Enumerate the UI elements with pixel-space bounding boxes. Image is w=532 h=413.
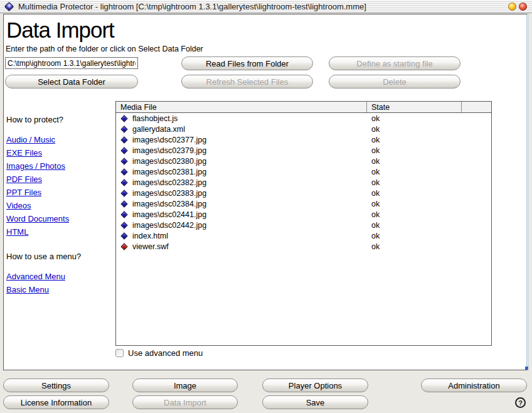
table-row[interactable]: flashobject.js ok — [116, 113, 491, 124]
sidebar-link[interactable]: Videos — [6, 201, 31, 210]
sidebar-link[interactable]: Basic Menu — [6, 285, 49, 294]
media-file-column-header[interactable]: Media File — [116, 102, 366, 112]
sidebar-link-row: Advanced Menu — [6, 272, 114, 285]
menu-links: Advanced Menu Basic Menu — [6, 272, 114, 298]
sidebar-link[interactable]: PPT Files — [6, 188, 41, 197]
table-row[interactable]: images\dsc02380.jpg ok — [116, 156, 491, 166]
file-name: images\dsc02377.jpg — [132, 136, 206, 144]
data-import-button: Data Import — [132, 395, 238, 409]
file-diamond-icon — [120, 115, 127, 122]
table-row[interactable]: images\dsc02381.jpg ok — [116, 166, 491, 177]
close-button[interactable] — [519, 3, 527, 11]
file-name: images\dsc02381.jpg — [132, 168, 206, 176]
sidebar-link[interactable]: Audio / Music — [6, 135, 55, 144]
file-state: ok — [366, 189, 461, 198]
file-cell: index.html — [116, 232, 366, 240]
table-row[interactable]: images\dsc02384.jpg ok — [116, 198, 491, 209]
file-state: ok — [366, 221, 461, 230]
titlebar: Multimedia Protector - lightroom [C:\tmp… — [0, 0, 532, 13]
file-state: ok — [366, 232, 461, 240]
table-row[interactable]: images\dsc02382.jpg ok — [116, 177, 491, 188]
file-name: images\dsc02379.jpg — [132, 146, 206, 155]
administration-button[interactable]: Administration — [421, 378, 527, 392]
file-state: ok — [366, 168, 461, 176]
file-cell: images\dsc02442.jpg — [116, 221, 366, 230]
sidebar-link[interactable]: HTML — [6, 227, 28, 237]
table-row[interactable]: gallerydata.xml ok — [116, 124, 491, 134]
sidebar: How to protect? Audio / Music EXE Files … — [6, 115, 114, 298]
settings-button[interactable]: Settings — [3, 378, 109, 392]
table-row[interactable]: images\dsc02383.jpg ok — [116, 188, 491, 198]
table-row[interactable]: images\dsc02442.jpg ok — [116, 220, 491, 230]
table-row[interactable]: index.html ok — [116, 230, 491, 241]
file-state: ok — [366, 136, 461, 144]
sidebar-link-row: Audio / Music — [6, 135, 114, 148]
table-row[interactable]: images\dsc02377.jpg ok — [116, 134, 491, 145]
file-name: images\dsc02380.jpg — [132, 157, 206, 166]
sidebar-link-row: PDF Files — [6, 174, 114, 188]
sidebar-link-row: Images / Photos — [6, 161, 114, 174]
file-state: ok — [366, 242, 461, 251]
file-cell: flashobject.js — [116, 114, 366, 123]
sidebar-link-row: Word Documents — [6, 214, 114, 227]
page-subtitle: Enter the path of the folder or click on… — [6, 45, 203, 53]
folder-path-input[interactable] — [5, 57, 138, 69]
file-cell: images\dsc02381.jpg — [116, 168, 366, 176]
sidebar-link[interactable]: PDF Files — [6, 174, 42, 184]
file-state: ok — [366, 125, 461, 134]
window-title: Multimedia Protector - lightroom [C:\tmp… — [18, 2, 366, 11]
file-cell: viewer.swf — [116, 242, 366, 251]
file-state: ok — [366, 200, 461, 208]
sidebar-link[interactable]: EXE Files — [6, 148, 42, 158]
file-name: viewer.swf — [132, 242, 169, 251]
sidebar-link[interactable]: Advanced Menu — [6, 272, 65, 281]
file-name: images\dsc02382.jpg — [132, 178, 206, 187]
file-state: ok — [366, 114, 461, 123]
media-file-table: Media File State flashobject.js ok galle… — [115, 101, 492, 346]
save-button[interactable]: Save — [262, 395, 368, 409]
refresh-selected-files-button: Refresh Selected Files — [181, 75, 313, 88]
file-cell: images\dsc02384.jpg — [116, 200, 366, 208]
menu-heading: How to use a menu? — [6, 252, 114, 262]
table-row[interactable]: images\dsc02379.jpg ok — [116, 145, 491, 156]
player-options-button[interactable]: Player Options — [262, 378, 368, 392]
select-data-folder-button[interactable]: Select Data Folder — [5, 75, 138, 88]
file-name: flashobject.js — [132, 114, 178, 123]
file-cell: gallerydata.xml — [116, 125, 366, 134]
file-name: images\dsc02442.jpg — [132, 221, 206, 230]
file-diamond-icon — [120, 211, 127, 218]
file-cell: images\dsc02379.jpg — [116, 146, 366, 155]
file-name: index.html — [132, 232, 168, 240]
table-row[interactable]: images\dsc02441.jpg ok — [116, 209, 491, 220]
file-diamond-icon — [120, 190, 127, 196]
protect-links: Audio / Music EXE Files Images / Photos … — [6, 135, 114, 240]
file-state: ok — [366, 210, 461, 219]
define-as-starting-file-button: Define as starting file — [329, 56, 460, 70]
image-button[interactable]: Image — [132, 378, 238, 392]
read-files-from-folder-button[interactable]: Read Files from Folder — [181, 56, 313, 70]
panel-corner-grip — [525, 367, 528, 370]
sidebar-link[interactable]: Images / Photos — [6, 161, 65, 171]
checkbox-icon[interactable] — [115, 349, 124, 357]
use-advanced-menu-checkbox[interactable]: Use advanced menu — [115, 348, 203, 358]
table-row[interactable]: viewer.swf ok — [116, 241, 491, 252]
file-state: ok — [366, 157, 461, 166]
app-gem-icon — [4, 1, 14, 11]
state-column-header[interactable]: State — [366, 102, 461, 112]
extra-column-header — [461, 102, 491, 112]
file-diamond-icon — [120, 243, 127, 250]
sidebar-link-row: Basic Menu — [6, 285, 114, 298]
file-diamond-icon — [120, 126, 127, 132]
sidebar-link-row: EXE Files — [6, 148, 114, 161]
file-diamond-icon — [120, 200, 127, 207]
file-diamond-icon — [120, 179, 127, 186]
file-diamond-icon — [120, 222, 127, 228]
minimize-button[interactable] — [508, 3, 516, 11]
sidebar-link-row: HTML — [6, 227, 114, 240]
file-cell: images\dsc02382.jpg — [116, 178, 366, 187]
sidebar-link[interactable]: Word Documents — [6, 214, 69, 223]
help-icon[interactable]: ? — [515, 397, 526, 408]
file-diamond-icon — [120, 158, 127, 164]
license-information-button[interactable]: License Information — [3, 395, 109, 409]
file-state: ok — [366, 178, 461, 187]
